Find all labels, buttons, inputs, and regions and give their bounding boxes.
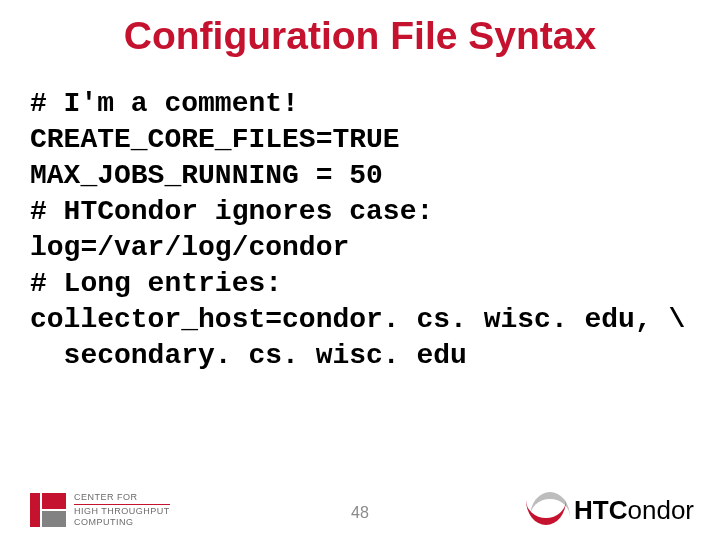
code-line: MAX_JOBS_RUNNING = 50 <box>30 158 690 194</box>
chtc-logo-text-2: HIGH THROUGHPUT <box>74 506 170 517</box>
code-line: secondary. cs. wisc. edu <box>30 338 690 374</box>
chtc-logo-text-3: COMPUTING <box>74 517 170 528</box>
chtc-logo: CENTER FOR HIGH THROUGHPUT COMPUTING <box>30 492 170 528</box>
code-line: log=/var/log/condor <box>30 230 690 266</box>
htcondor-logo: HTCondor <box>526 492 694 528</box>
code-line: # I'm a comment! <box>30 86 690 122</box>
code-line: # Long entries: <box>30 266 690 302</box>
chtc-logo-icon <box>30 493 66 527</box>
slide-title: Configuration File Syntax <box>0 0 720 58</box>
code-line: collector_host=condor. cs. wisc. edu, \ <box>30 302 690 338</box>
code-line: # HTCondor ignores case: <box>30 194 690 230</box>
code-block: # I'm a comment! CREATE_CORE_FILES=TRUE … <box>30 86 690 374</box>
htcondor-logo-text: HTCondor <box>574 495 694 526</box>
chtc-logo-text-1: CENTER FOR <box>74 492 170 505</box>
footer: 48 CENTER FOR HIGH THROUGHPUT COMPUTING … <box>0 470 720 540</box>
code-line: CREATE_CORE_FILES=TRUE <box>30 122 690 158</box>
htcondor-logo-icon <box>526 492 572 528</box>
